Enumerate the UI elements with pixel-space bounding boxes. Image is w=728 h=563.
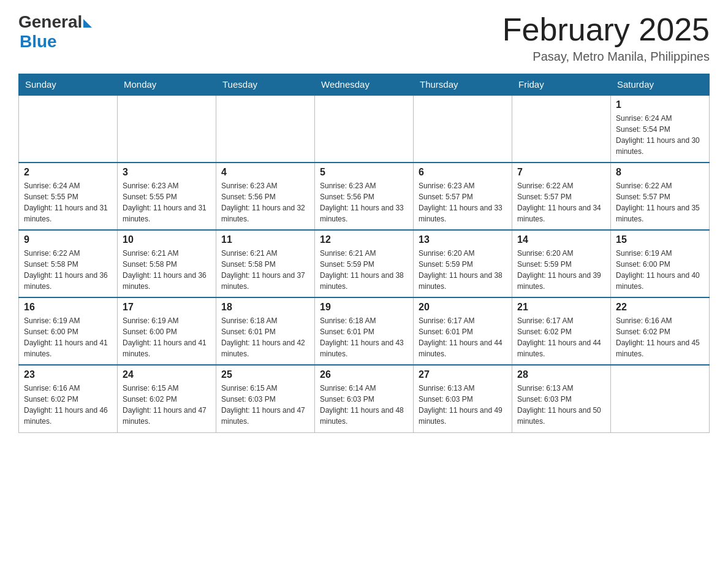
calendar-cell xyxy=(315,95,414,163)
calendar-cell xyxy=(216,95,315,163)
calendar-cell: 12Sunrise: 6:21 AMSunset: 5:59 PMDayligh… xyxy=(315,230,414,297)
day-number: 4 xyxy=(221,167,309,178)
calendar-header-row: SundayMondayTuesdayWednesdayThursdayFrid… xyxy=(19,74,710,96)
day-info: Sunrise: 6:22 AMSunset: 5:58 PMDaylight:… xyxy=(24,248,112,292)
day-info: Sunrise: 6:17 AMSunset: 6:01 PMDaylight:… xyxy=(419,315,507,359)
calendar-cell: 5Sunrise: 6:23 AMSunset: 5:56 PMDaylight… xyxy=(315,163,414,230)
calendar-cell: 7Sunrise: 6:22 AMSunset: 5:57 PMDaylight… xyxy=(512,163,611,230)
day-info: Sunrise: 6:13 AMSunset: 6:03 PMDaylight:… xyxy=(419,383,507,427)
day-info: Sunrise: 6:16 AMSunset: 6:02 PMDaylight:… xyxy=(24,383,112,427)
logo-blue-text: Blue xyxy=(20,32,57,52)
calendar-cell: 1Sunrise: 6:24 AMSunset: 5:54 PMDaylight… xyxy=(611,95,710,163)
day-number: 6 xyxy=(419,167,507,178)
calendar-cell xyxy=(19,95,118,163)
calendar-week-row-1: 1Sunrise: 6:24 AMSunset: 5:54 PMDaylight… xyxy=(19,95,710,163)
calendar-cell: 8Sunrise: 6:22 AMSunset: 5:57 PMDaylight… xyxy=(611,163,710,230)
day-number: 3 xyxy=(123,167,211,178)
calendar-cell: 3Sunrise: 6:23 AMSunset: 5:55 PMDaylight… xyxy=(118,163,216,230)
day-number: 2 xyxy=(24,167,112,178)
day-number: 16 xyxy=(24,302,112,313)
calendar-cell: 14Sunrise: 6:20 AMSunset: 5:59 PMDayligh… xyxy=(512,230,611,297)
logo: General Blue xyxy=(18,12,92,52)
day-info: Sunrise: 6:22 AMSunset: 5:57 PMDaylight:… xyxy=(616,180,704,224)
calendar-cell: 27Sunrise: 6:13 AMSunset: 6:03 PMDayligh… xyxy=(414,365,512,432)
logo-arrow-icon xyxy=(83,19,92,28)
calendar-cell xyxy=(512,95,611,163)
calendar-header-friday: Friday xyxy=(512,74,611,96)
day-number: 14 xyxy=(517,234,605,245)
day-number: 27 xyxy=(419,369,507,380)
calendar-cell: 4Sunrise: 6:23 AMSunset: 5:56 PMDaylight… xyxy=(216,163,315,230)
calendar-cell: 25Sunrise: 6:15 AMSunset: 6:03 PMDayligh… xyxy=(216,365,315,432)
page-header: General Blue February 2025 Pasay, Metro … xyxy=(18,12,710,64)
calendar-cell xyxy=(118,95,216,163)
calendar-cell: 21Sunrise: 6:17 AMSunset: 6:02 PMDayligh… xyxy=(512,297,611,365)
calendar-cell: 19Sunrise: 6:18 AMSunset: 6:01 PMDayligh… xyxy=(315,297,414,365)
day-number: 8 xyxy=(616,167,704,178)
calendar-cell: 11Sunrise: 6:21 AMSunset: 5:58 PMDayligh… xyxy=(216,230,315,297)
calendar-cell: 22Sunrise: 6:16 AMSunset: 6:02 PMDayligh… xyxy=(611,297,710,365)
day-number: 7 xyxy=(517,167,605,178)
day-number: 21 xyxy=(517,302,605,313)
day-info: Sunrise: 6:20 AMSunset: 5:59 PMDaylight:… xyxy=(419,248,507,292)
location-subtitle: Pasay, Metro Manila, Philippines xyxy=(502,50,710,64)
calendar-header-tuesday: Tuesday xyxy=(216,74,315,96)
day-info: Sunrise: 6:21 AMSunset: 5:59 PMDaylight:… xyxy=(320,248,408,292)
day-info: Sunrise: 6:24 AMSunset: 5:55 PMDaylight:… xyxy=(24,180,112,224)
day-number: 15 xyxy=(616,234,704,245)
day-info: Sunrise: 6:13 AMSunset: 6:03 PMDaylight:… xyxy=(517,383,605,427)
calendar-header-monday: Monday xyxy=(118,74,216,96)
day-info: Sunrise: 6:21 AMSunset: 5:58 PMDaylight:… xyxy=(221,248,309,292)
calendar-cell: 15Sunrise: 6:19 AMSunset: 6:00 PMDayligh… xyxy=(611,230,710,297)
calendar-cell: 24Sunrise: 6:15 AMSunset: 6:02 PMDayligh… xyxy=(118,365,216,432)
calendar-cell: 23Sunrise: 6:16 AMSunset: 6:02 PMDayligh… xyxy=(19,365,118,432)
day-number: 23 xyxy=(24,369,112,380)
calendar-cell xyxy=(414,95,512,163)
calendar-week-row-4: 16Sunrise: 6:19 AMSunset: 6:00 PMDayligh… xyxy=(19,297,710,365)
calendar-cell: 26Sunrise: 6:14 AMSunset: 6:03 PMDayligh… xyxy=(315,365,414,432)
calendar-week-row-3: 9Sunrise: 6:22 AMSunset: 5:58 PMDaylight… xyxy=(19,230,710,297)
day-info: Sunrise: 6:23 AMSunset: 5:55 PMDaylight:… xyxy=(123,180,211,224)
calendar-week-row-5: 23Sunrise: 6:16 AMSunset: 6:02 PMDayligh… xyxy=(19,365,710,432)
title-block: February 2025 Pasay, Metro Manila, Phili… xyxy=(502,12,710,64)
day-number: 13 xyxy=(419,234,507,245)
day-number: 26 xyxy=(320,369,408,380)
day-info: Sunrise: 6:21 AMSunset: 5:58 PMDaylight:… xyxy=(123,248,211,292)
day-info: Sunrise: 6:14 AMSunset: 6:03 PMDaylight:… xyxy=(320,383,408,427)
day-number: 11 xyxy=(221,234,309,245)
day-info: Sunrise: 6:20 AMSunset: 5:59 PMDaylight:… xyxy=(517,248,605,292)
day-info: Sunrise: 6:23 AMSunset: 5:56 PMDaylight:… xyxy=(320,180,408,224)
day-info: Sunrise: 6:22 AMSunset: 5:57 PMDaylight:… xyxy=(517,180,605,224)
day-number: 19 xyxy=(320,302,408,313)
calendar-cell: 13Sunrise: 6:20 AMSunset: 5:59 PMDayligh… xyxy=(414,230,512,297)
day-info: Sunrise: 6:18 AMSunset: 6:01 PMDaylight:… xyxy=(221,315,309,359)
calendar-cell: 16Sunrise: 6:19 AMSunset: 6:00 PMDayligh… xyxy=(19,297,118,365)
calendar-header-thursday: Thursday xyxy=(414,74,512,96)
day-number: 1 xyxy=(616,99,704,110)
day-info: Sunrise: 6:19 AMSunset: 6:00 PMDaylight:… xyxy=(616,248,704,292)
day-info: Sunrise: 6:15 AMSunset: 6:03 PMDaylight:… xyxy=(221,383,309,427)
calendar-cell: 28Sunrise: 6:13 AMSunset: 6:03 PMDayligh… xyxy=(512,365,611,432)
day-number: 24 xyxy=(123,369,211,380)
day-info: Sunrise: 6:19 AMSunset: 6:00 PMDaylight:… xyxy=(24,315,112,359)
logo-general-text: General xyxy=(18,12,82,32)
calendar-cell: 20Sunrise: 6:17 AMSunset: 6:01 PMDayligh… xyxy=(414,297,512,365)
calendar-header-wednesday: Wednesday xyxy=(315,74,414,96)
calendar-cell: 6Sunrise: 6:23 AMSunset: 5:57 PMDaylight… xyxy=(414,163,512,230)
day-info: Sunrise: 6:16 AMSunset: 6:02 PMDaylight:… xyxy=(616,315,704,359)
calendar-cell: 2Sunrise: 6:24 AMSunset: 5:55 PMDaylight… xyxy=(19,163,118,230)
calendar-cell: 17Sunrise: 6:19 AMSunset: 6:00 PMDayligh… xyxy=(118,297,216,365)
day-number: 28 xyxy=(517,369,605,380)
day-info: Sunrise: 6:19 AMSunset: 6:00 PMDaylight:… xyxy=(123,315,211,359)
day-number: 12 xyxy=(320,234,408,245)
day-number: 22 xyxy=(616,302,704,313)
day-info: Sunrise: 6:18 AMSunset: 6:01 PMDaylight:… xyxy=(320,315,408,359)
calendar-cell: 9Sunrise: 6:22 AMSunset: 5:58 PMDaylight… xyxy=(19,230,118,297)
day-number: 5 xyxy=(320,167,408,178)
calendar-header-sunday: Sunday xyxy=(19,74,118,96)
calendar-week-row-2: 2Sunrise: 6:24 AMSunset: 5:55 PMDaylight… xyxy=(19,163,710,230)
day-info: Sunrise: 6:17 AMSunset: 6:02 PMDaylight:… xyxy=(517,315,605,359)
day-number: 10 xyxy=(123,234,211,245)
day-info: Sunrise: 6:23 AMSunset: 5:56 PMDaylight:… xyxy=(221,180,309,224)
day-number: 17 xyxy=(123,302,211,313)
